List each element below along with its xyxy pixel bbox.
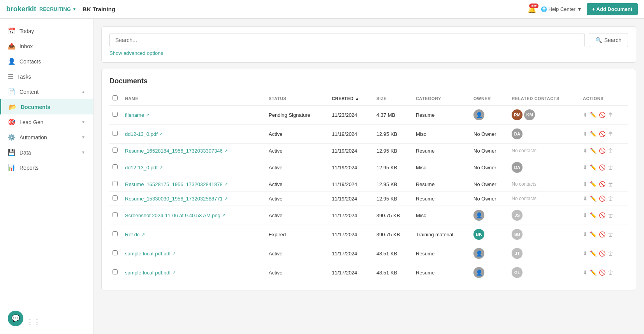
sidebar-item-contacts[interactable]: 👤 Contacts xyxy=(0,54,93,69)
delete-icon[interactable]: 🗑 xyxy=(608,112,613,118)
grid-icon[interactable]: ⋮⋮ xyxy=(26,318,40,326)
document-link[interactable]: Resume_15330030_1956_1732032588771↗ xyxy=(125,196,228,202)
document-link[interactable]: sample-local-pdf.pdf↗ xyxy=(125,251,176,257)
disable-icon[interactable]: 🚫 xyxy=(599,131,605,137)
download-icon[interactable]: ⬇ xyxy=(583,269,588,276)
search-button[interactable]: 🔍 Search xyxy=(589,33,628,47)
chevron-icon: ▼ xyxy=(81,135,85,139)
edit-icon[interactable]: ✏️ xyxy=(590,250,596,257)
recruiting-dropdown[interactable]: RECRUITING ▼ xyxy=(39,6,76,12)
disable-icon[interactable]: 🚫 xyxy=(599,164,605,171)
document-link[interactable]: Screenshot 2024-11-06 at 9.40.53 AM.png↗ xyxy=(125,213,225,218)
help-center-button[interactable]: 🌐 Help Center ▼ xyxy=(541,6,582,12)
documents-title: Documents xyxy=(109,77,628,85)
col-category: CATEGORY xyxy=(413,91,470,105)
delete-icon[interactable]: 🗑 xyxy=(608,164,613,171)
category: Resume xyxy=(413,177,470,192)
reports-icon: 📊 xyxy=(8,164,16,171)
disable-icon[interactable]: 🚫 xyxy=(599,231,605,237)
edit-icon[interactable]: ✏️ xyxy=(590,231,596,237)
download-icon[interactable]: ⬇ xyxy=(583,148,588,154)
col-created[interactable]: CREATED ▲ xyxy=(329,91,373,105)
document-link[interactable]: dd12-13_0.pdf↗ xyxy=(125,165,163,171)
contact-avatar: JS xyxy=(512,210,523,221)
sidebar-item-documents[interactable]: 📂 Documents xyxy=(0,99,93,114)
row-checkbox[interactable] xyxy=(113,164,118,169)
download-icon[interactable]: ⬇ xyxy=(583,231,588,237)
row-checkbox[interactable] xyxy=(113,231,118,236)
disable-icon[interactable]: 🚫 xyxy=(599,181,605,187)
row-checkbox[interactable] xyxy=(113,250,118,255)
document-link[interactable]: dd12-13_0.pdf↗ xyxy=(125,131,163,137)
edit-icon[interactable]: ✏️ xyxy=(590,164,596,171)
contacts-icon: 👤 xyxy=(8,58,16,65)
delete-icon[interactable]: 🗑 xyxy=(608,250,613,257)
row-checkbox[interactable] xyxy=(113,131,118,136)
disable-icon[interactable]: 🚫 xyxy=(599,212,605,218)
contact-avatar: SB xyxy=(512,229,523,240)
disable-icon[interactable]: 🚫 xyxy=(599,148,605,154)
row-checkbox[interactable] xyxy=(113,212,118,217)
delete-icon[interactable]: 🗑 xyxy=(608,231,613,237)
sidebar-item-reports[interactable]: 📊 Reports xyxy=(0,160,93,175)
edit-icon[interactable]: ✏️ xyxy=(590,148,596,154)
disable-icon[interactable]: 🚫 xyxy=(599,112,605,118)
recruiting-label: RECRUITING xyxy=(39,6,71,12)
created-date: 11/19/2024 xyxy=(329,158,373,177)
download-icon[interactable]: ⬇ xyxy=(583,181,588,187)
row-checkbox[interactable] xyxy=(113,112,118,117)
table-row: dd12-13_0.pdf↗Active11/19/202412.95 KBMi… xyxy=(109,158,628,177)
document-link[interactable]: Resume_16528184_1956_1732033307346↗ xyxy=(125,148,228,154)
sidebar-item-lead-gen[interactable]: 🎯 Lead Gen ▼ xyxy=(0,114,93,130)
sidebar-item-content[interactable]: 📄 Content ▲ xyxy=(0,84,93,99)
download-icon[interactable]: ⬇ xyxy=(583,112,588,118)
advanced-options-link[interactable]: Show advanced options xyxy=(109,50,163,56)
sidebar-label-data: Data xyxy=(19,149,31,156)
search-input[interactable] xyxy=(109,33,585,47)
chat-bubble[interactable]: 💬 xyxy=(8,311,23,326)
delete-icon[interactable]: 🗑 xyxy=(608,212,613,218)
sidebar-item-inbox[interactable]: 📥 Inbox xyxy=(0,39,93,54)
notifications-button[interactable]: 🔔 99+ xyxy=(528,5,536,14)
edit-icon[interactable]: ✏️ xyxy=(590,195,596,202)
download-icon[interactable]: ⬇ xyxy=(583,250,588,257)
download-icon[interactable]: ⬇ xyxy=(583,131,588,137)
add-document-button[interactable]: + Add Document xyxy=(587,3,638,15)
sidebar-item-tasks[interactable]: ☰ Tasks xyxy=(0,69,93,84)
brand-logo: brokerkit xyxy=(6,5,36,13)
disable-icon[interactable]: 🚫 xyxy=(599,250,605,257)
actions-cell: ⬇✏️🚫🗑 xyxy=(580,225,628,244)
calendar-icon: 📅 xyxy=(8,27,16,35)
sidebar-item-data[interactable]: 💾 Data ▼ xyxy=(0,145,93,160)
edit-icon[interactable]: ✏️ xyxy=(590,112,596,118)
document-link[interactable]: filename↗ xyxy=(125,112,149,118)
delete-icon[interactable]: 🗑 xyxy=(608,148,613,154)
col-actions: ACTIONS xyxy=(580,91,628,105)
download-icon[interactable]: ⬇ xyxy=(583,164,588,171)
download-icon[interactable]: ⬇ xyxy=(583,195,588,202)
delete-icon[interactable]: 🗑 xyxy=(608,181,613,187)
select-all-checkbox[interactable] xyxy=(113,95,118,100)
disable-icon[interactable]: 🚫 xyxy=(599,195,605,202)
row-checkbox[interactable] xyxy=(113,148,118,153)
edit-icon[interactable]: ✏️ xyxy=(590,181,596,187)
delete-icon[interactable]: 🗑 xyxy=(608,131,613,137)
edit-icon[interactable]: ✏️ xyxy=(590,131,596,137)
download-icon[interactable]: ⬇ xyxy=(583,212,588,218)
document-link[interactable]: Resume_16528175_1956_1732032841878↗ xyxy=(125,181,228,187)
related-contacts: No contacts xyxy=(509,177,580,192)
avatar: 👤 xyxy=(473,267,484,278)
delete-icon[interactable]: 🗑 xyxy=(608,269,613,276)
edit-icon[interactable]: ✏️ xyxy=(590,269,596,276)
sidebar-item-today[interactable]: 📅 Today xyxy=(0,23,93,39)
sidebar-item-automation[interactable]: ⚙️ Automation ▼ xyxy=(0,130,93,145)
edit-icon[interactable]: ✏️ xyxy=(590,212,596,218)
delete-icon[interactable]: 🗑 xyxy=(608,195,613,202)
row-checkbox[interactable] xyxy=(113,269,118,274)
row-checkbox[interactable] xyxy=(113,195,118,200)
row-checkbox[interactable] xyxy=(113,181,118,186)
avatar: 👤 xyxy=(473,248,484,259)
disable-icon[interactable]: 🚫 xyxy=(599,269,605,276)
document-link[interactable]: Ret dc↗ xyxy=(125,232,145,237)
document-link[interactable]: sample-local-pdf.pdf↗ xyxy=(125,270,176,276)
